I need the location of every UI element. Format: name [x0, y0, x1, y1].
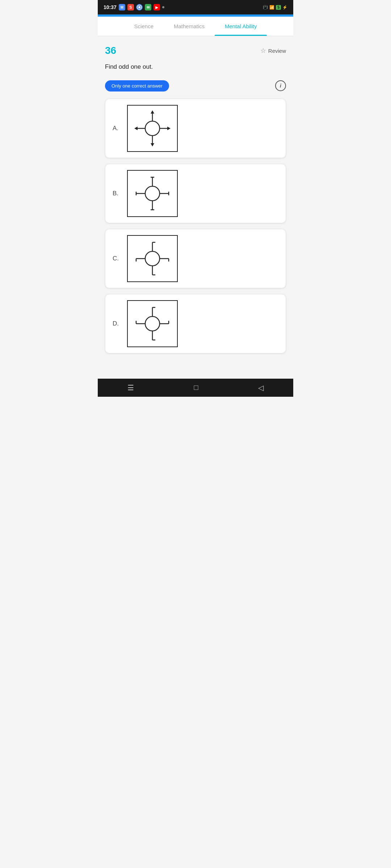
svg-point-20 [145, 251, 160, 266]
svg-marker-10 [167, 127, 171, 130]
app-icon-msg: ✉ [145, 4, 151, 10]
option-c-image [127, 235, 178, 282]
answer-type-badge: Only one correct answer [105, 80, 169, 92]
option-a-card[interactable]: A. [105, 99, 286, 158]
svg-point-2 [145, 121, 160, 136]
option-d-image [127, 300, 178, 347]
menu-icon[interactable]: ☰ [127, 383, 134, 392]
option-a-svg [131, 109, 174, 148]
svg-point-11 [145, 186, 160, 201]
option-c-card[interactable]: C. [105, 229, 286, 288]
status-dot [162, 6, 164, 8]
svg-point-29 [145, 316, 160, 331]
status-time: 10:37 [104, 4, 117, 10]
star-icon: ☆ [260, 47, 266, 55]
bottom-navigation: ☰ □ ◁ [98, 379, 293, 397]
option-b-card[interactable]: B. [105, 164, 286, 223]
option-b-image [127, 170, 178, 217]
status-right: 📳 📶 5 ⚡ [263, 5, 287, 10]
signal-icon: 📶 [269, 5, 274, 10]
svg-marker-6 [151, 143, 154, 146]
option-c-svg [131, 239, 174, 278]
back-icon[interactable]: ◁ [258, 383, 264, 392]
status-bar: 10:37 M S ✉ ▶ 📳 📶 5 ⚡ [98, 0, 293, 14]
question-header: 36 ☆ Review [105, 45, 286, 56]
answer-type-row: Only one correct answer i [105, 80, 286, 92]
option-c-label: C. [113, 255, 121, 262]
question-text: Find odd one out. [105, 62, 286, 72]
info-label: i [280, 83, 281, 89]
app-icon-yt: ▶ [154, 4, 160, 10]
option-b-label: B. [113, 190, 121, 197]
tab-mathematics[interactable]: Mathematics [164, 17, 215, 36]
question-number: 36 [105, 45, 116, 56]
tab-navigation: Science Mathematics Mental Ability [98, 17, 293, 36]
app-icon-mail: M [119, 4, 125, 10]
battery-icon: 5 [276, 5, 281, 10]
tab-mental-ability[interactable]: Mental Ability [215, 17, 267, 36]
vibrate-icon: 📳 [263, 5, 268, 10]
status-left: 10:37 M S ✉ ▶ [104, 4, 164, 10]
charging-icon: ⚡ [282, 5, 287, 10]
home-icon[interactable]: □ [194, 383, 198, 392]
review-label: Review [268, 48, 286, 54]
option-d-svg [131, 304, 174, 344]
svg-point-1 [138, 6, 140, 8]
app-icon-s: S [127, 4, 134, 10]
main-content: 36 ☆ Review Find odd one out. Only one c… [98, 36, 293, 368]
info-button[interactable]: i [275, 80, 286, 91]
option-d-card[interactable]: D. [105, 294, 286, 353]
review-button[interactable]: ☆ Review [260, 47, 286, 55]
option-b-svg [131, 174, 174, 213]
option-a-label: A. [113, 125, 121, 132]
svg-marker-8 [134, 127, 138, 130]
tab-science[interactable]: Science [124, 17, 164, 36]
svg-marker-4 [151, 110, 154, 114]
option-a-image [127, 105, 178, 152]
app-icon-chrome [136, 4, 143, 10]
option-d-label: D. [113, 320, 121, 327]
